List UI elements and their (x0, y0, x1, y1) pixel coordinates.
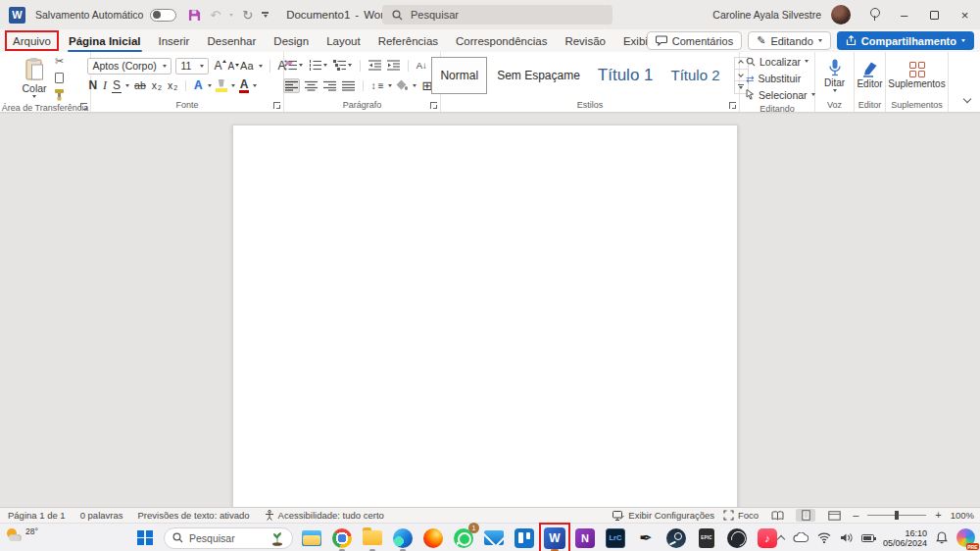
text-predictions[interactable]: Previsões de texto: ativado (137, 510, 249, 521)
word-taskbar-icon[interactable] (543, 526, 566, 551)
style-normal[interactable]: Normal (431, 57, 487, 94)
restore-button[interactable] (919, 0, 950, 29)
zoom-level[interactable]: 100% (951, 510, 974, 521)
font-size-combo[interactable]: 11 (175, 58, 209, 75)
obs-icon[interactable] (725, 526, 749, 551)
minimize-button[interactable]: – (889, 0, 919, 29)
align-center-button[interactable] (304, 79, 318, 92)
multilevel-list-button[interactable] (332, 59, 353, 72)
dialog-launcher-icon[interactable] (273, 102, 280, 109)
align-right-button[interactable] (322, 79, 337, 92)
style-sem-espacamento[interactable]: Sem Espaçame (489, 57, 588, 94)
change-case-button[interactable]: Aa (239, 60, 254, 72)
dialog-launcher-icon[interactable] (80, 103, 87, 110)
undo-icon[interactable] (210, 9, 220, 22)
sort-button[interactable] (416, 59, 428, 72)
page-indicator[interactable]: Página 1 de 1 (8, 510, 66, 521)
steam-icon[interactable] (664, 526, 688, 551)
titlebar-search-box[interactable]: Pesquisar (382, 5, 612, 25)
align-left-button[interactable] (283, 78, 300, 93)
format-painter-icon[interactable] (51, 87, 69, 101)
editor-button[interactable]: Editor (855, 52, 885, 98)
shading-button[interactable] (396, 79, 409, 91)
dialog-launcher-icon[interactable] (729, 102, 736, 109)
file-explorer-icon[interactable] (300, 526, 323, 551)
zoom-slider[interactable] (867, 510, 926, 522)
strikethrough-button[interactable]: ab (133, 79, 147, 91)
customize-qat-icon[interactable] (262, 12, 269, 18)
font-color-button[interactable]: A (239, 78, 250, 93)
copilot-icon[interactable]: PRE (956, 528, 975, 547)
save-icon[interactable] (188, 9, 201, 22)
underline-button[interactable]: S (112, 78, 122, 93)
autosave-toggle[interactable] (150, 9, 176, 22)
speaker-icon[interactable] (840, 532, 853, 543)
folder-icon[interactable] (361, 526, 384, 551)
firefox-icon[interactable] (421, 526, 445, 551)
battery-icon[interactable] (861, 534, 874, 542)
italic-button[interactable]: I (102, 78, 108, 93)
read-mode-button[interactable] (767, 509, 787, 522)
undo-dropdown-icon[interactable] (229, 14, 233, 17)
share-button[interactable]: Compartilhamento (837, 31, 974, 50)
lightroom-icon[interactable]: LrC (604, 526, 627, 551)
tray-expand-icon[interactable] (777, 535, 785, 543)
document-canvas[interactable] (0, 114, 980, 507)
tab-referencias[interactable]: Referências (369, 29, 447, 52)
view-settings-button[interactable]: Exibir Configurações (612, 510, 714, 521)
find-button[interactable]: Localizar (746, 54, 808, 69)
close-button[interactable]: × (950, 0, 980, 29)
line-spacing-button[interactable] (370, 79, 385, 92)
comments-button[interactable]: Comentários (647, 31, 742, 50)
numbering-button[interactable] (308, 59, 328, 72)
tab-revisao[interactable]: Revisão (556, 29, 614, 52)
notification-bell-icon[interactable] (936, 531, 948, 544)
web-layout-button[interactable] (824, 509, 844, 522)
onedrive-cloud-icon[interactable] (793, 532, 808, 543)
zoom-in-button[interactable]: + (935, 510, 941, 521)
brush-app-icon[interactable] (634, 526, 658, 551)
print-layout-button[interactable] (796, 509, 815, 522)
editing-mode-button[interactable]: Editando (748, 31, 831, 50)
tab-layout[interactable]: Layout (318, 29, 369, 52)
taskbar-clock[interactable]: 16:10 05/06/2024 (883, 528, 927, 548)
zoom-slider-thumb[interactable] (895, 511, 899, 520)
zoom-out-button[interactable]: – (853, 510, 858, 521)
select-button[interactable]: Selecionar (746, 87, 815, 102)
word-count[interactable]: 0 palavras (80, 510, 123, 521)
dictate-button[interactable]: Ditar (815, 52, 854, 98)
start-button[interactable] (133, 526, 157, 551)
superscript-button[interactable]: x2 (167, 79, 178, 91)
onenote-icon[interactable] (573, 526, 597, 551)
font-name-combo[interactable]: Aptos (Corpo) (87, 58, 172, 75)
mail-icon[interactable] (482, 526, 506, 551)
redo-icon[interactable] (242, 9, 253, 22)
focus-button[interactable]: Foco (723, 510, 759, 521)
taskbar-search[interactable]: Pesquisar (164, 527, 293, 549)
shrink-font-button[interactable]: A (226, 61, 235, 72)
highlight-color-button[interactable] (216, 79, 227, 92)
subscript-button[interactable]: x2 (151, 79, 163, 91)
increase-indent-button[interactable] (386, 59, 401, 72)
word-app-icon[interactable] (9, 7, 25, 24)
document-page[interactable] (232, 125, 738, 507)
addins-button[interactable]: Suplementos (886, 52, 948, 98)
avatar[interactable] (831, 5, 851, 25)
copy-icon[interactable] (51, 71, 69, 84)
tab-desenhar[interactable]: Desenhar (198, 29, 265, 52)
presence-pin-icon[interactable] (870, 8, 879, 22)
tab-pagina-inicial[interactable]: Página Inicial (60, 29, 150, 52)
tab-design[interactable]: Design (265, 29, 318, 52)
edge-icon[interactable] (391, 526, 415, 551)
grow-font-button[interactable]: A (213, 59, 222, 73)
wifi-icon[interactable] (817, 532, 831, 543)
tab-correspondencias[interactable]: Correspondências (447, 29, 556, 52)
text-effects-button[interactable]: A (193, 78, 204, 92)
tab-arquivo[interactable]: Arquivo (4, 29, 60, 52)
tab-inserir[interactable]: Inserir (150, 29, 199, 52)
justify-button[interactable] (341, 79, 356, 92)
weather-widget[interactable]: 28° (6, 526, 38, 544)
epic-games-icon[interactable]: EPIC (695, 526, 718, 551)
accessibility-status[interactable]: Acessibilidade: tudo certo (265, 510, 384, 521)
bullets-button[interactable] (283, 59, 304, 72)
